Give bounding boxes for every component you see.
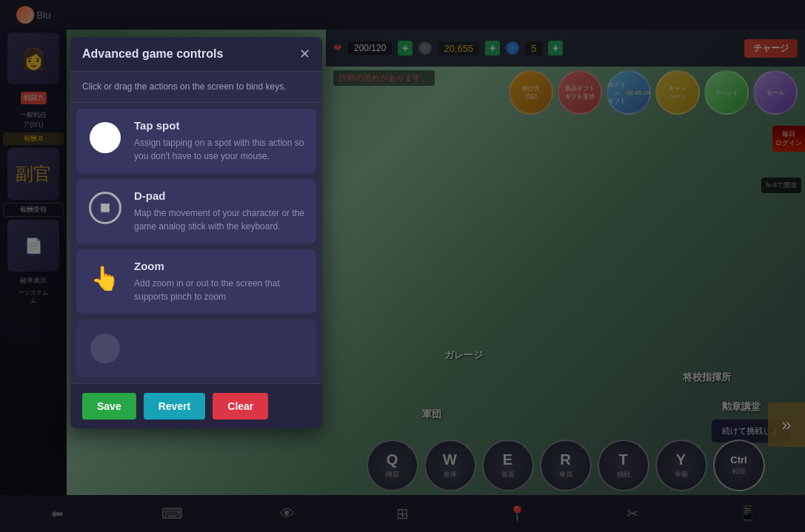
zoom-info: Zoom Add zoom in or out to the screen th… (134, 260, 306, 303)
zoom-hand-icon: 👆 (90, 264, 120, 292)
dpad-desc: Map the movement of your character or th… (134, 206, 306, 233)
dpad-name: D-pad (134, 189, 306, 202)
zoom-card[interactable]: 👆 Zoom Add zoom in or out to the screen … (76, 249, 316, 314)
advanced-controls-dialog: Advanced game controls ✕ Click or drag t… (70, 37, 322, 428)
partial-icon (90, 334, 120, 363)
partial-icon-wrap (87, 330, 124, 367)
dialog-subtitle: Click or drag the actions on the screen … (70, 72, 322, 103)
tap-spot-desc: Assign tapping on a spot with this actio… (134, 136, 306, 163)
dialog-title: Advanced game controls (82, 47, 223, 61)
clear-button[interactable]: Clear (213, 393, 268, 420)
dpad-icon-wrap (87, 189, 124, 226)
save-button[interactable]: Save (82, 393, 136, 420)
zoom-icon: 👆 (89, 262, 121, 294)
partial-card[interactable] (76, 320, 316, 377)
dpad-icon (89, 192, 121, 224)
zoom-desc: Add zoom in or out to the screen that su… (134, 277, 306, 303)
partial-info (134, 330, 306, 334)
zoom-name: Zoom (134, 260, 306, 272)
revert-button[interactable]: Revert (144, 393, 206, 420)
dpad-right-arrow (101, 203, 113, 213)
tap-spot-info: Tap spot Assign tapping on a spot with t… (134, 119, 306, 163)
dialog-footer: Save Revert Clear (70, 383, 322, 428)
dpad-outer-ring (89, 192, 121, 224)
dialog-header: Advanced game controls ✕ (70, 37, 322, 72)
dialog-close-button[interactable]: ✕ (299, 47, 310, 61)
zoom-icon-wrap: 👆 (87, 260, 124, 297)
tap-spot-icon (90, 122, 121, 153)
dpad-card[interactable]: D-pad Map the movement of your character… (76, 179, 316, 243)
tap-spot-card[interactable]: Tap spot Assign tapping on a spot with t… (76, 109, 316, 173)
tap-spot-name: Tap spot (134, 119, 306, 132)
dpad-info: D-pad Map the movement of your character… (134, 189, 306, 233)
dialog-body: Tap spot Assign tapping on a spot with t… (70, 103, 322, 383)
tap-spot-icon-wrap (87, 119, 124, 156)
